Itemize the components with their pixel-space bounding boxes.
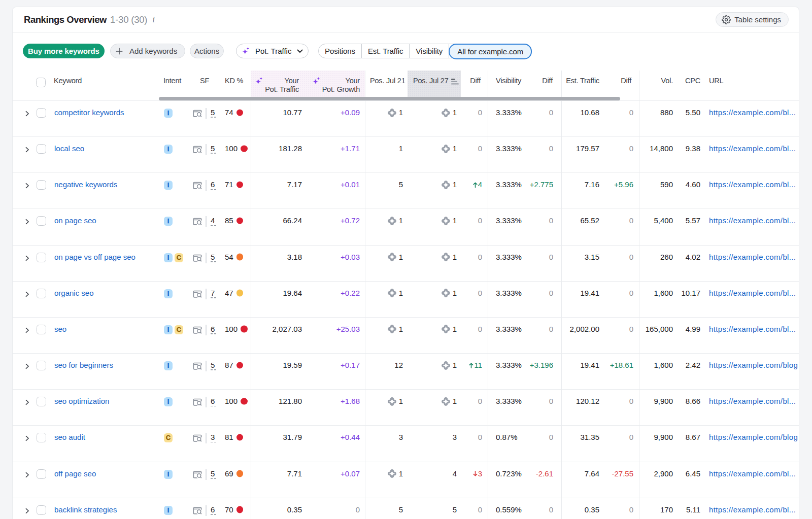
url-link[interactable]: https://example.com/bl... [709, 469, 799, 479]
serp-features-count[interactable]: 4 [211, 216, 216, 226]
intent-badge-C: C [175, 325, 183, 334]
serp-features-count[interactable]: 6 [211, 180, 216, 190]
col-kd[interactable]: KD % [225, 77, 243, 85]
select-all-checkbox[interactable] [36, 78, 46, 87]
row-checkbox[interactable] [37, 253, 46, 262]
row-checkbox[interactable] [37, 469, 46, 479]
serp-features-icon [193, 145, 202, 155]
position-number: 12 [394, 360, 403, 370]
tab-est-traffic[interactable]: Est. Traffic [362, 44, 410, 58]
col-pos-cur[interactable]: Pos. Jul 27 [413, 77, 459, 85]
tab-all-for-domain[interactable]: All for example.com [449, 44, 532, 59]
col-pos-prev[interactable]: Pos. Jul 21 [370, 77, 405, 85]
row-checkbox[interactable] [37, 505, 46, 515]
est-traffic-diff-value: 0 [629, 108, 633, 118]
divider [206, 397, 207, 407]
col-sf[interactable]: SF [200, 77, 209, 85]
row-checkbox[interactable] [37, 144, 46, 154]
row-expand-chevron[interactable] [25, 219, 30, 225]
row-expand-chevron[interactable] [25, 363, 30, 369]
row-checkbox[interactable] [37, 325, 46, 334]
col-pot-growth[interactable]: YourPot. Growth [322, 77, 360, 94]
row-expand-chevron[interactable] [25, 147, 30, 153]
serp-features-count[interactable]: 3 [211, 433, 216, 442]
row-checkbox[interactable] [37, 433, 46, 442]
visibility-diff-value: -2.61 [536, 469, 553, 479]
row-checkbox[interactable] [37, 180, 46, 190]
keyword-link[interactable]: competitor keywords [54, 108, 124, 118]
horizontal-scrollbar[interactable] [159, 97, 620, 100]
col-visibility[interactable]: Visibility [496, 77, 521, 85]
keyword-link[interactable]: on page vs off page seo [54, 252, 136, 262]
serp-features-count[interactable]: 5 [211, 469, 216, 479]
row-expand-chevron[interactable] [25, 291, 30, 297]
col-diff1[interactable]: Diff [470, 77, 481, 85]
url-link[interactable]: https://example.com/bl... [709, 505, 799, 515]
url-link[interactable]: https://example.com/blog [709, 432, 799, 442]
url-link[interactable]: https://example.com/bl... [709, 144, 799, 154]
intent-badge-I: I [164, 289, 173, 298]
url-link[interactable]: https://example.com/bl... [709, 180, 799, 190]
row-checkbox[interactable] [37, 361, 46, 370]
serp-features-count[interactable]: 5 [211, 361, 216, 370]
keyword-link[interactable]: organic seo [54, 288, 94, 298]
url-link[interactable]: https://example.com/bl... [709, 324, 799, 334]
url-link[interactable]: https://example.com/bl... [709, 108, 799, 118]
est-traffic-diff-value: 0 [629, 396, 633, 406]
url-link[interactable]: https://example.com/bl... [709, 396, 799, 406]
serp-features-count[interactable]: 6 [211, 397, 216, 406]
keyword-link[interactable]: on page seo [54, 216, 96, 226]
metric-dropdown[interactable]: Pot. Traffic [236, 44, 309, 58]
serp-features-count[interactable]: 7 [211, 289, 216, 298]
row-expand-chevron[interactable] [25, 111, 30, 117]
kd-dot [241, 145, 248, 152]
actions-button[interactable]: Actions [190, 44, 224, 58]
row-checkbox[interactable] [37, 108, 46, 118]
url-link[interactable]: https://example.com/bl... [709, 288, 799, 298]
serp-features-count[interactable]: 5 [211, 108, 216, 118]
row-expand-chevron[interactable] [25, 435, 30, 441]
row-expand-chevron[interactable] [25, 508, 30, 514]
col-diff3[interactable]: Diff [621, 77, 631, 85]
keyword-link[interactable]: seo [54, 324, 66, 334]
col-est-traffic[interactable]: Est. Traffic [566, 77, 599, 85]
url-link[interactable]: https://example.com/bl... [709, 252, 799, 262]
divider [206, 253, 207, 263]
keyword-link[interactable]: seo audit [54, 432, 85, 442]
row-checkbox[interactable] [37, 216, 46, 226]
buy-more-keywords-button[interactable]: Buy more keywords [23, 44, 105, 58]
url-link[interactable]: https://example.com/blog [709, 360, 799, 370]
keyword-link[interactable]: local seo [54, 144, 84, 154]
col-url[interactable]: URL [709, 77, 723, 85]
keyword-link[interactable]: off page seo [54, 469, 96, 479]
keyword-link[interactable]: backlink strategies [54, 505, 117, 515]
page-title: Rankings Overview [24, 14, 107, 25]
tab-positions[interactable]: Positions [319, 44, 362, 58]
keyword-link[interactable]: negative keywords [54, 180, 117, 190]
row-expand-chevron[interactable] [25, 472, 30, 478]
col-diff2[interactable]: Diff [542, 77, 553, 85]
keyword-link[interactable]: seo optimization [54, 396, 109, 406]
row-expand-chevron[interactable] [25, 183, 30, 189]
row-checkbox[interactable] [37, 397, 46, 406]
info-icon[interactable]: i [152, 14, 155, 25]
serp-features-count[interactable]: 5 [211, 144, 216, 154]
row-expand-chevron[interactable] [25, 327, 30, 333]
col-pot-traffic[interactable]: YourPot. Traffic [265, 77, 299, 94]
col-volume[interactable]: Vol. [661, 77, 673, 85]
row-expand-chevron[interactable] [25, 399, 30, 405]
col-cpc[interactable]: CPC [685, 77, 700, 85]
col-keyword[interactable]: Keyword [54, 77, 82, 85]
serp-features-count[interactable]: 6 [211, 505, 216, 515]
table-settings-button[interactable]: Table settings [716, 12, 789, 27]
row-checkbox[interactable] [37, 289, 46, 298]
add-keywords-button[interactable]: Add keywords [110, 44, 185, 58]
visibility-diff-value: 0 [549, 216, 553, 226]
keyword-link[interactable]: seo for beginners [54, 360, 113, 370]
row-expand-chevron[interactable] [25, 255, 30, 261]
tab-visibility[interactable]: Visibility [410, 44, 449, 58]
col-intent[interactable]: Intent [163, 77, 181, 85]
serp-features-count[interactable]: 5 [211, 253, 216, 262]
serp-features-count[interactable]: 6 [211, 325, 216, 334]
url-link[interactable]: https://example.com/bl... [709, 216, 799, 226]
